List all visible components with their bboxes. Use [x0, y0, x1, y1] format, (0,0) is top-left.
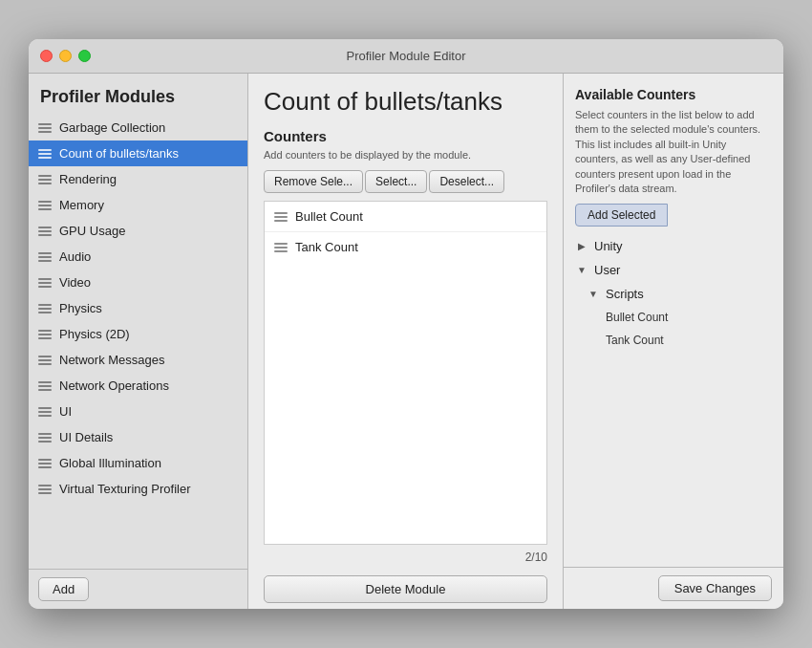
drag-handle-icon — [38, 201, 52, 210]
counters-desc: Add counters to be displayed by the modu… — [264, 148, 547, 162]
center-header: Count of bullets/tanks — [248, 74, 563, 128]
chevron-down-icon — [575, 264, 588, 277]
close-button[interactable] — [40, 50, 53, 62]
counters-label: Counters — [264, 128, 547, 144]
center-footer: 2/10 — [248, 545, 563, 570]
sidebar-item-label: Virtual Texturing Profiler — [59, 482, 191, 496]
maximize-button[interactable] — [78, 50, 91, 62]
drag-handle-icon — [38, 252, 52, 262]
window-body: Profiler Modules Garbage CollectionCount… — [29, 74, 783, 609]
drag-handle-icon — [38, 356, 52, 365]
sidebar-item-physics[interactable]: Physics — [29, 295, 247, 321]
counter-item-label: Tank Count — [295, 240, 358, 254]
drag-handle-icon — [38, 278, 52, 288]
drag-handle-icon — [38, 175, 52, 184]
minimize-button[interactable] — [59, 50, 72, 62]
tree-item-scripts-label: Scripts — [606, 287, 644, 301]
drag-handle-icon — [38, 381, 52, 391]
drag-handle-icon — [38, 330, 52, 339]
drag-handle-icon — [274, 212, 288, 222]
tree-item-scripts[interactable]: Scripts — [564, 282, 783, 306]
sidebar-item-label: Count of bullets/tanks — [59, 146, 179, 161]
sidebar-item-label: Memory — [59, 198, 104, 212]
save-changes-bar: Save Changes — [564, 567, 783, 609]
tree-item-unity[interactable]: Unity — [564, 234, 783, 258]
sidebar-item-physics-2d[interactable]: Physics (2D) — [29, 321, 247, 347]
drag-handle-icon — [38, 407, 52, 417]
sidebar-item-video[interactable]: Video — [29, 270, 247, 295]
chevron-right-icon — [575, 240, 588, 253]
main-window: Profiler Module Editor Profiler Modules … — [29, 39, 783, 609]
sidebar-item-ui-details[interactable]: UI Details — [29, 424, 247, 450]
tree-item-user[interactable]: User — [564, 258, 783, 282]
counter-list-item[interactable]: Bullet Count — [265, 202, 546, 232]
tree-leaf-label: Tank Count — [606, 334, 664, 347]
module-list: Garbage CollectionCount of bullets/tanks… — [29, 115, 247, 569]
sidebar-item-label: Video — [59, 275, 91, 290]
sidebar-item-network-operations[interactable]: Network Operations — [29, 373, 247, 399]
deselect-all-button[interactable]: Deselect... — [429, 170, 504, 193]
sidebar-item-label: Physics — [59, 301, 102, 315]
sidebar-item-network-messages[interactable]: Network Messages — [29, 347, 247, 373]
sidebar-item-label: Global Illumination — [59, 456, 161, 470]
remove-selected-button[interactable]: Remove Sele... — [264, 170, 363, 193]
tree-item-tank-count[interactable]: Tank Count — [564, 329, 783, 352]
select-all-button[interactable]: Select... — [365, 170, 427, 193]
tree-leaf-label: Bullet Count — [606, 311, 668, 324]
drag-handle-icon — [274, 243, 288, 252]
counter-tree: UnityUserScriptsBullet CountTank Count — [564, 230, 783, 567]
window-title: Profiler Module Editor — [347, 49, 466, 63]
sidebar-item-label: Network Operations — [59, 378, 169, 393]
sidebar-item-label: Garbage Collection — [59, 120, 165, 135]
drag-handle-icon — [38, 123, 52, 133]
tree-item-user-label: User — [594, 263, 620, 277]
available-counters-header: Available Counters — [564, 74, 783, 108]
left-footer: Add — [29, 569, 247, 609]
drag-handle-icon — [38, 227, 52, 236]
drag-handle-icon — [38, 304, 52, 313]
counters-section: Counters Add counters to be displayed by… — [248, 128, 563, 201]
chevron-down-icon — [587, 288, 600, 301]
sidebar-item-memory[interactable]: Memory — [29, 192, 247, 218]
sidebar-item-label: GPU Usage — [59, 224, 125, 238]
drag-handle-icon — [38, 485, 52, 494]
sidebar-item-rendering[interactable]: Rendering — [29, 166, 247, 192]
drag-handle-icon — [38, 149, 52, 159]
sidebar-item-audio[interactable]: Audio — [29, 244, 247, 270]
save-changes-button[interactable]: Save Changes — [658, 575, 772, 601]
sidebar-item-gpu-usage[interactable]: GPU Usage — [29, 218, 247, 244]
titlebar: Profiler Module Editor — [29, 39, 783, 74]
counter-toolbar: Remove Sele... Select... Deselect... — [264, 170, 547, 193]
center-panel: Count of bullets/tanks Counters Add coun… — [248, 74, 564, 609]
sidebar-item-label: Physics (2D) — [59, 327, 130, 341]
add-selected-button[interactable]: Add Selected — [575, 204, 668, 227]
module-title: Count of bullets/tanks — [264, 87, 547, 117]
drag-handle-icon — [38, 459, 52, 468]
sidebar-item-garbage-collection[interactable]: Garbage Collection — [29, 115, 247, 140]
sidebar-item-label: Audio — [59, 249, 91, 264]
available-toolbar: Add Selected — [564, 204, 783, 230]
tree-item-unity-label: Unity — [594, 239, 623, 253]
sidebar-item-ui[interactable]: UI — [29, 399, 247, 424]
profiler-modules-header: Profiler Modules — [29, 74, 247, 115]
right-panel: Available Counters Select counters in th… — [564, 74, 783, 609]
sidebar-item-label: UI — [59, 404, 72, 419]
sidebar-item-count-of-bullets-tanks[interactable]: Count of bullets/tanks — [29, 140, 247, 166]
left-panel: Profiler Modules Garbage CollectionCount… — [29, 74, 248, 609]
traffic-lights — [40, 50, 91, 62]
sidebar-item-global-illumination[interactable]: Global Illumination — [29, 450, 247, 476]
available-counters-desc: Select counters in the list below to add… — [564, 108, 783, 204]
counter-count-status: 2/10 — [525, 551, 547, 564]
add-module-button[interactable]: Add — [38, 577, 89, 601]
sidebar-item-label: UI Details — [59, 430, 113, 444]
counter-item-label: Bullet Count — [295, 209, 363, 224]
drag-handle-icon — [38, 433, 52, 443]
counter-list: Bullet CountTank Count — [264, 201, 547, 545]
sidebar-item-virtual-texturing-profiler[interactable]: Virtual Texturing Profiler — [29, 476, 247, 502]
counter-list-item[interactable]: Tank Count — [265, 232, 546, 262]
sidebar-item-label: Rendering — [59, 172, 117, 186]
delete-module-button[interactable]: Delete Module — [264, 575, 547, 603]
sidebar-item-label: Network Messages — [59, 353, 165, 367]
tree-item-bullet-count[interactable]: Bullet Count — [564, 306, 783, 329]
